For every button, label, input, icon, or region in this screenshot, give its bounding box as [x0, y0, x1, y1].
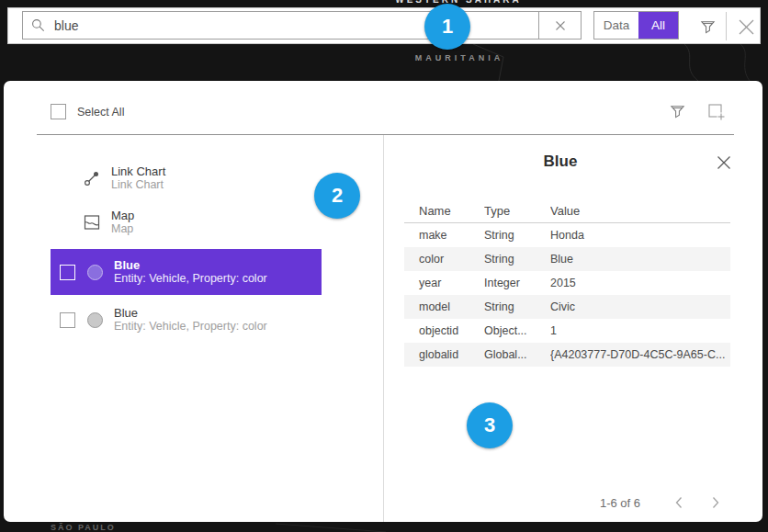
cell-type: String	[484, 229, 550, 242]
cell-type: String	[484, 300, 550, 313]
cell-name: objectid	[404, 324, 484, 337]
panel-filter-button[interactable]	[665, 99, 689, 123]
result-item-text: Blue Entity: Vehicle, Property: color	[114, 258, 267, 287]
result-checkbox[interactable]	[60, 312, 75, 328]
chevron-left-icon	[674, 496, 683, 509]
close-icon	[717, 155, 731, 170]
search-input[interactable]	[52, 17, 488, 34]
cell-value: Honda	[550, 229, 730, 242]
divider	[37, 134, 734, 135]
result-subtitle: Entity: Vehicle, Property: color	[114, 320, 267, 334]
table-header-row: Name Type Value	[404, 198, 730, 223]
chevron-right-icon	[711, 496, 720, 509]
table-row: year Integer 2015	[404, 271, 730, 295]
result-item-text: Map Map	[111, 209, 134, 237]
filter-icon	[700, 19, 716, 35]
pagination-label: 1-6 of 6	[583, 496, 657, 510]
data-all-toggle: Data All	[593, 11, 679, 40]
result-subtitle: Map	[111, 222, 134, 237]
cell-type: Object...	[484, 324, 550, 337]
entity-dot-icon	[87, 265, 103, 280]
callout-badge-1: 1	[424, 4, 470, 50]
cell-name: globalid	[404, 348, 484, 361]
result-title: Blue	[114, 258, 267, 273]
cell-name: year	[404, 277, 484, 289]
result-item-map[interactable]: Map Map	[51, 202, 322, 243]
cell-type: Global...	[484, 348, 550, 361]
search-bar: Data All	[7, 7, 761, 44]
table-row: objectid Object... 1	[404, 319, 730, 343]
result-subtitle: Link Chart	[111, 178, 165, 193]
callout-badge-3: 3	[467, 402, 513, 448]
toggle-all-button[interactable]: All	[638, 12, 678, 39]
column-header-type: Type	[484, 204, 550, 218]
map-icon	[84, 214, 100, 231]
results-panel: Select All	[4, 81, 762, 522]
table-row: color String Blue	[404, 247, 730, 271]
close-icon	[738, 18, 755, 36]
toggle-data-button[interactable]: Data	[594, 12, 638, 39]
result-title: Map	[111, 209, 134, 223]
result-title: Blue	[114, 306, 267, 321]
clear-search-button[interactable]	[538, 11, 582, 40]
search-icon	[31, 18, 45, 32]
map-label-sao-paulo: SÃO PAULO	[51, 523, 116, 532]
add-selection-icon	[706, 102, 726, 121]
result-item-blue[interactable]: Blue Entity: Vehicle, Property: color	[51, 297, 322, 343]
cell-value: Civic	[550, 300, 730, 313]
cell-name: color	[404, 253, 484, 266]
cell-value: Blue	[550, 253, 730, 266]
result-item-link-chart[interactable]: Link Chart Link Chart	[51, 158, 322, 198]
cell-value: 2015	[550, 277, 730, 289]
map-label-western-sahara: WESTERN SAHARA	[390, 0, 527, 5]
cell-type: String	[484, 253, 550, 266]
select-all-label: Select All	[77, 106, 124, 119]
cell-name: model	[404, 300, 484, 313]
screen: WESTERN SAHARA MAURITANIA SÃO PAULO Data…	[0, 0, 768, 532]
divider	[383, 135, 384, 522]
callout-badge-2: 2	[314, 173, 360, 219]
pagination-prev-button[interactable]	[669, 492, 689, 513]
add-to-selection-button[interactable]	[704, 99, 728, 123]
entity-dot-icon	[87, 312, 103, 328]
table-row: globalid Global... {A4203777-D70D-4C5C-9…	[404, 343, 730, 367]
cell-value: 1	[550, 324, 730, 337]
result-checkbox[interactable]	[60, 265, 75, 280]
map-label-mauritania: MAURITANIA	[404, 53, 514, 62]
result-title: Link Chart	[111, 164, 165, 179]
clear-icon	[555, 20, 566, 31]
result-item-text: Link Chart Link Chart	[111, 164, 165, 193]
select-all-checkbox[interactable]	[51, 104, 66, 119]
result-item-blue-selected[interactable]: Blue Entity: Vehicle, Property: color	[51, 249, 322, 295]
detail-title: Blue	[404, 153, 717, 171]
pagination-next-button[interactable]	[706, 492, 726, 513]
column-header-value: Value	[550, 204, 730, 218]
column-header-name: Name	[404, 204, 484, 218]
table-row: make String Honda	[404, 223, 730, 247]
cell-type: Integer	[484, 277, 550, 289]
table-row: model String Civic	[404, 295, 730, 319]
detail-close-button[interactable]	[713, 152, 735, 174]
filter-icon	[670, 104, 685, 119]
attribute-table: Name Type Value make String Honda color …	[404, 198, 730, 367]
cell-value: {A4203777-D70D-4C5C-9A65-C...	[550, 348, 730, 361]
link-chart-icon	[84, 170, 100, 187]
search-filter-button[interactable]	[695, 15, 719, 39]
divider	[726, 12, 727, 40]
cell-name: make	[404, 229, 484, 242]
result-subtitle: Entity: Vehicle, Property: color	[114, 272, 267, 287]
result-item-text: Blue Entity: Vehicle, Property: color	[114, 306, 267, 334]
search-close-button[interactable]	[734, 15, 758, 39]
